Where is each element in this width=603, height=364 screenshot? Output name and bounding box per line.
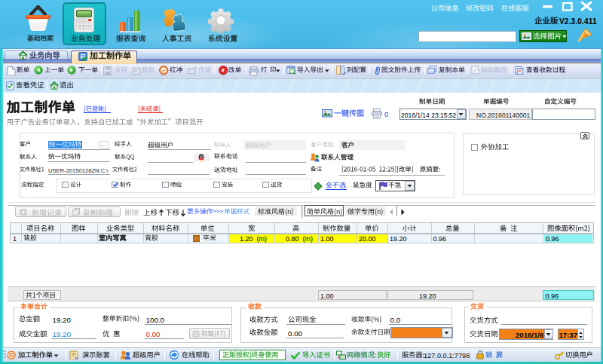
svg-text:S: S <box>194 331 197 338</box>
